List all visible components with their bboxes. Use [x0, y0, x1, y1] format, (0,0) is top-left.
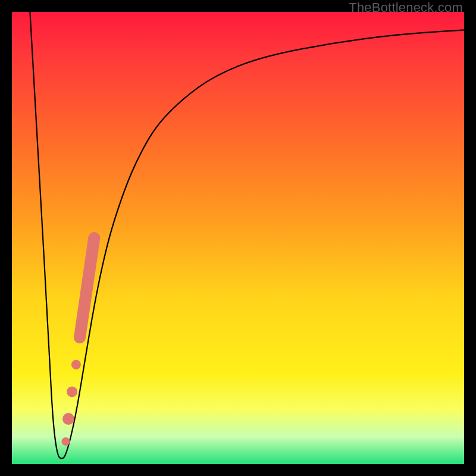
marker-dot-1	[71, 360, 81, 369]
marker-dot-4	[61, 437, 70, 446]
curve-layer	[12, 12, 464, 464]
marker-segment	[80, 238, 94, 337]
watermark-text: TheBottleneck.com	[349, 0, 463, 15]
plot-area	[12, 12, 464, 464]
marker-dot-2	[67, 386, 77, 397]
chart-frame: TheBottleneck.com	[0, 0, 476, 476]
marker-dot-3	[62, 413, 74, 425]
markers-group	[61, 238, 94, 446]
